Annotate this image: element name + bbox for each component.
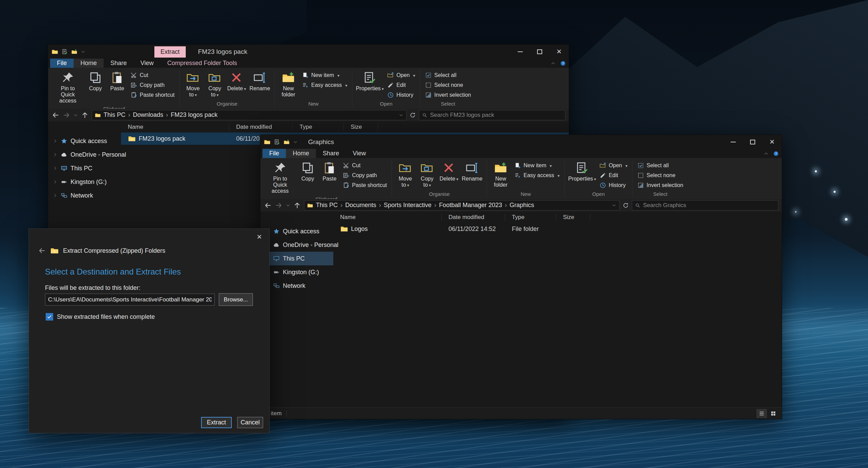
select-all-button[interactable]: Select all	[423, 71, 473, 80]
sidebar-item-network[interactable]: Network	[48, 189, 121, 202]
breadcrumb-documents[interactable]: Documents	[345, 202, 376, 209]
properties-button[interactable]: Properties	[567, 160, 597, 183]
properties-button[interactable]: Properties	[355, 70, 384, 93]
move-to-button[interactable]: Move to	[182, 70, 203, 99]
easy-access-button[interactable]: Easy access	[300, 80, 349, 90]
tab-home[interactable]: Home	[286, 149, 316, 158]
new-item-button[interactable]: New item	[512, 161, 562, 170]
history-button[interactable]: History	[385, 90, 417, 99]
maximize-button[interactable]	[530, 45, 549, 59]
column-header-size[interactable]: Size	[344, 123, 378, 131]
collapse-ribbon-icon[interactable]	[763, 151, 769, 156]
forward-icon[interactable]	[275, 201, 283, 209]
tab-view[interactable]: View	[134, 59, 161, 68]
sidebar-item-quick-access[interactable]: Quick access	[260, 224, 333, 238]
extract-button[interactable]: Extract	[201, 417, 232, 428]
qat-new-folder-icon[interactable]	[71, 49, 77, 55]
up-icon[interactable]	[293, 201, 301, 209]
up-icon[interactable]	[81, 111, 89, 119]
tab-compressed-folder-tools[interactable]: Compressed Folder Tools	[161, 59, 244, 68]
rename-button[interactable]: Rename	[248, 70, 272, 93]
paste-shortcut-button[interactable]: Paste shortcut	[341, 181, 389, 190]
sidebar-item-kingston[interactable]: Kingston (G:)	[260, 265, 333, 279]
history-button[interactable]: History	[597, 181, 629, 190]
breadcrumb-this-pc[interactable]: This PC	[316, 202, 338, 209]
expander-icon[interactable]	[53, 180, 58, 184]
tab-share[interactable]: Share	[316, 149, 346, 158]
address-dropdown-icon[interactable]	[399, 113, 403, 118]
show-files-checkbox[interactable]	[46, 313, 53, 321]
address-bar[interactable]: This PC Documents Sports Interactive Foo…	[304, 200, 620, 210]
paste-button[interactable]: Paste	[319, 160, 340, 183]
breadcrumb-football-manager-2023[interactable]: Football Manager 2023	[439, 202, 502, 209]
address-dropdown-icon[interactable]	[612, 203, 616, 208]
minimize-button[interactable]	[511, 45, 530, 59]
tab-home[interactable]: Home	[74, 59, 104, 68]
breadcrumb-downloads[interactable]: Downloads	[133, 111, 163, 119]
file-row-logos[interactable]: Logos 06/11/2022 14:52 File folder	[333, 223, 782, 235]
sidebar-item-this-pc[interactable]: This PC	[260, 252, 333, 265]
close-button[interactable]	[549, 45, 569, 59]
tab-file[interactable]: File	[50, 59, 74, 68]
search-input[interactable]	[430, 112, 562, 119]
open-button[interactable]: Open	[597, 161, 629, 170]
copy-button[interactable]: Copy	[297, 160, 318, 183]
edit-button[interactable]: Edit	[597, 171, 629, 180]
cancel-button[interactable]: Cancel	[237, 417, 263, 428]
close-button[interactable]	[762, 135, 782, 149]
close-button[interactable]	[252, 231, 267, 243]
breadcrumb-this-pc[interactable]: This PC	[104, 111, 125, 119]
qat-properties-icon[interactable]	[62, 49, 68, 55]
new-folder-button[interactable]: New folder	[490, 160, 512, 189]
expander-icon[interactable]	[53, 193, 58, 198]
recent-locations-icon[interactable]	[286, 203, 290, 208]
paste-button[interactable]: Paste	[107, 70, 128, 93]
back-icon[interactable]	[264, 201, 272, 209]
browse-button[interactable]: Browse...	[219, 293, 253, 306]
titlebar[interactable]: Extract FM23 logos pack	[48, 45, 569, 59]
help-icon[interactable]	[560, 60, 566, 66]
sidebar-item-this-pc[interactable]: This PC	[48, 161, 121, 175]
tab-share[interactable]: Share	[104, 59, 134, 68]
qat-customize-chevron-icon[interactable]	[81, 49, 86, 54]
column-header-size[interactable]: Size	[556, 214, 590, 221]
select-all-button[interactable]: Select all	[635, 161, 685, 170]
minimize-button[interactable]	[724, 135, 743, 149]
invert-selection-button[interactable]: Invert selection	[635, 181, 685, 190]
new-item-button[interactable]: New item	[300, 71, 349, 80]
edit-button[interactable]: Edit	[385, 80, 417, 90]
refresh-icon[interactable]	[409, 112, 416, 119]
move-to-button[interactable]: Move to	[395, 160, 416, 189]
tab-view[interactable]: View	[346, 149, 373, 158]
pin-to-quick-access-button[interactable]: Pin to Quick access	[264, 160, 296, 195]
select-none-button[interactable]: Select none	[423, 80, 473, 90]
copy-path-button[interactable]: Copy path	[341, 171, 389, 180]
expander-icon[interactable]	[53, 166, 58, 171]
invert-selection-button[interactable]: Invert selection	[423, 90, 473, 99]
new-folder-button[interactable]: New folder	[277, 70, 299, 99]
easy-access-button[interactable]: Easy access	[512, 171, 562, 180]
back-icon[interactable]	[38, 247, 46, 255]
column-header-type[interactable]: Type	[293, 123, 344, 131]
column-header-type[interactable]: Type	[505, 214, 556, 221]
search-input[interactable]	[643, 202, 775, 209]
column-header-date-modified[interactable]: Date modified	[442, 214, 505, 221]
copy-to-button[interactable]: Copy to	[416, 160, 438, 189]
help-icon[interactable]	[773, 151, 779, 157]
copy-button[interactable]: Copy	[85, 70, 106, 93]
select-none-button[interactable]: Select none	[635, 171, 685, 180]
sidebar-item-kingston[interactable]: Kingston (G:)	[48, 175, 121, 189]
cut-button[interactable]: Cut	[128, 71, 177, 80]
sidebar-item-quick-access[interactable]: Quick access	[48, 134, 121, 148]
delete-button[interactable]: Delete	[226, 70, 247, 93]
collapse-ribbon-icon[interactable]	[550, 61, 556, 66]
breadcrumb-graphics[interactable]: Graphics	[509, 202, 534, 209]
titlebar[interactable]: Graphics	[260, 135, 782, 149]
forward-icon[interactable]	[62, 111, 71, 119]
search-box[interactable]	[632, 200, 778, 210]
refresh-icon[interactable]	[622, 202, 629, 209]
qat-new-folder-icon[interactable]	[284, 139, 290, 145]
sidebar-item-onedrive[interactable]: OneDrive - Personal	[48, 148, 121, 161]
column-header-date-modified[interactable]: Date modified	[229, 123, 293, 131]
rename-button[interactable]: Rename	[460, 160, 484, 183]
